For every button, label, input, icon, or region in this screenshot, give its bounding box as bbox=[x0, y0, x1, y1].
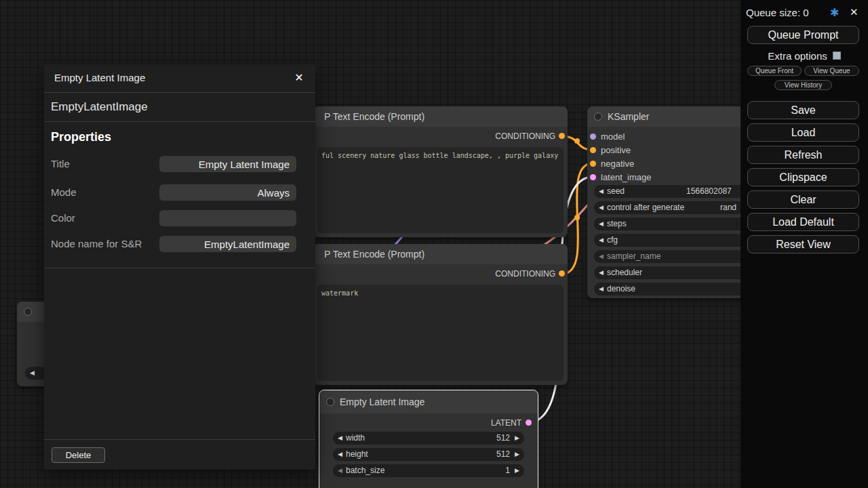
clip-text-encode-node-2[interactable]: P Text Encode (Prompt) CONDITIONING wate… bbox=[313, 244, 568, 385]
decrement-arrow-icon[interactable]: ◀ bbox=[338, 432, 342, 445]
increment-arrow-icon[interactable]: ▶ bbox=[515, 432, 519, 445]
field-value: Always bbox=[257, 187, 290, 199]
widget-label: steps bbox=[607, 218, 627, 230]
decrement-arrow-icon[interactable]: ◀ bbox=[338, 464, 342, 477]
close-icon[interactable]: ✕ bbox=[291, 70, 307, 86]
panel-title: Empty Latent Image bbox=[54, 64, 145, 92]
node-header: P Text Encode (Prompt) bbox=[313, 106, 568, 127]
widget-label: denoise bbox=[607, 283, 635, 296]
decrement-arrow-icon[interactable]: ◀ bbox=[599, 250, 604, 263]
conditioning-output-slot[interactable] bbox=[559, 270, 565, 277]
property-row-title: Title Empty Latent Image bbox=[44, 155, 315, 173]
decrement-arrow-icon[interactable]: ◀ bbox=[338, 448, 342, 461]
extra-options-row: Extra options bbox=[747, 50, 861, 61]
divider bbox=[44, 121, 315, 122]
latent-output-label: LATENT bbox=[491, 418, 521, 428]
node-title: P Text Encode (Prompt) bbox=[313, 249, 425, 260]
clip-text-encode-node-1[interactable]: P Text Encode (Prompt) CONDITIONING ful … bbox=[313, 106, 568, 237]
decrement-arrow-icon[interactable]: ◀ bbox=[599, 266, 604, 279]
widget-label: batch_size bbox=[346, 464, 384, 477]
input-label: positive bbox=[601, 145, 631, 155]
conditioning-output-slot[interactable] bbox=[559, 133, 565, 139]
color-field[interactable] bbox=[159, 210, 296, 226]
decrement-arrow-icon[interactable]: ◀ bbox=[30, 367, 35, 380]
load-button[interactable]: Load bbox=[747, 123, 859, 142]
node-title: KSampler bbox=[608, 111, 649, 122]
view-queue-button[interactable]: View Queue bbox=[804, 66, 859, 76]
delete-button[interactable]: Delete bbox=[52, 447, 105, 463]
queue-prompt-button[interactable]: Queue Prompt bbox=[747, 26, 859, 44]
conditioning-output-label: CONDITIONING bbox=[495, 131, 555, 142]
property-row-color: Color bbox=[44, 209, 315, 227]
widget-label: seed bbox=[607, 185, 625, 198]
title-field[interactable]: Empty Latent Image bbox=[159, 156, 296, 172]
node-title: P Text Encode (Prompt) bbox=[313, 111, 425, 122]
input-label: negative bbox=[601, 159, 634, 169]
decrement-arrow-icon[interactable]: ◀ bbox=[599, 283, 604, 296]
height-widget[interactable]: ◀ height 512 ▶ bbox=[333, 448, 524, 461]
collapse-dot-icon[interactable] bbox=[24, 308, 32, 316]
increment-arrow-icon[interactable]: ▶ bbox=[515, 464, 519, 477]
queue-front-button[interactable]: Queue Front bbox=[747, 66, 802, 76]
input-row-latent-image: latent_image bbox=[590, 171, 651, 182]
field-value: Empty Latent Image bbox=[199, 159, 290, 170]
latent-output-slot[interactable] bbox=[526, 420, 532, 426]
properties-section-title: Properties bbox=[51, 127, 111, 147]
prompt-text-widget[interactable]: ful scenery nature glass bottle landscap… bbox=[317, 147, 564, 233]
clipspace-button[interactable]: Clipspace bbox=[747, 168, 859, 186]
settings-icon[interactable]: ✱ bbox=[830, 6, 839, 19]
negative-input-slot[interactable] bbox=[590, 161, 596, 167]
extra-options-label: Extra options bbox=[768, 50, 827, 62]
model-input-slot[interactable] bbox=[590, 134, 596, 140]
decrement-arrow-icon[interactable]: ◀ bbox=[599, 234, 604, 247]
widget-value: 512 bbox=[496, 448, 510, 461]
refresh-button[interactable]: Refresh bbox=[747, 146, 859, 164]
input-label: model bbox=[601, 131, 625, 142]
node-type-name: EmptyLatentImage bbox=[51, 96, 148, 118]
prompt-text: ful scenery nature glass bottle landscap… bbox=[321, 152, 558, 159]
property-row-snr-name: Node name for S&R EmptyLatentImage bbox=[44, 235, 315, 253]
property-label: Title bbox=[51, 155, 70, 173]
decrement-arrow-icon[interactable]: ◀ bbox=[599, 201, 604, 214]
width-widget[interactable]: ◀ width 512 ▶ bbox=[333, 432, 524, 445]
view-history-button[interactable]: View History bbox=[774, 80, 832, 90]
widget-label: height bbox=[346, 448, 368, 461]
property-label: Color bbox=[51, 209, 75, 227]
conditioning-output-label: CONDITIONING bbox=[495, 268, 555, 279]
batch-size-widget[interactable]: ◀ batch_size 1 ▶ bbox=[333, 464, 524, 477]
extra-options-checkbox[interactable] bbox=[833, 52, 841, 60]
input-label: latent_image bbox=[601, 172, 651, 182]
node-title: Empty Latent Image bbox=[340, 396, 425, 407]
decrement-arrow-icon[interactable]: ◀ bbox=[599, 185, 604, 198]
save-button[interactable]: Save bbox=[747, 101, 859, 119]
divider bbox=[44, 439, 315, 440]
collapse-dot-icon[interactable] bbox=[326, 398, 334, 406]
widget-value: rand bbox=[720, 201, 736, 214]
snr-name-field[interactable]: EmptyLatentImage bbox=[159, 236, 296, 252]
decrement-arrow-icon[interactable]: ◀ bbox=[599, 218, 604, 230]
widget-label: width bbox=[346, 432, 365, 445]
input-row-positive: positive bbox=[590, 144, 631, 155]
collapse-dot-icon[interactable] bbox=[594, 113, 602, 121]
widget-label: scheduler bbox=[607, 266, 642, 279]
close-menu-icon[interactable]: ✕ bbox=[850, 6, 859, 18]
comfyui-menu-panel: Queue size: 0 ✱ ✕ Queue Prompt Extra opt… bbox=[741, 0, 868, 488]
widget-value: 512 bbox=[496, 432, 510, 445]
widget-label: cfg bbox=[607, 234, 618, 247]
reset-view-button[interactable]: Reset View bbox=[747, 235, 859, 253]
clear-button[interactable]: Clear bbox=[747, 190, 859, 209]
input-row-negative: negative bbox=[590, 158, 634, 169]
property-label: Mode bbox=[51, 184, 77, 201]
positive-input-slot[interactable] bbox=[590, 147, 596, 153]
load-default-button[interactable]: Load Default bbox=[747, 213, 859, 231]
prompt-text-widget[interactable]: watermark bbox=[317, 285, 564, 381]
mode-field[interactable]: Always bbox=[159, 184, 296, 201]
node-properties-panel: Empty Latent Image ✕ EmptyLatentImage Pr… bbox=[44, 64, 315, 470]
queue-size-label: Queue size: 0 bbox=[746, 7, 809, 18]
empty-latent-image-node[interactable]: Empty Latent Image LATENT ◀ width 512 ▶ … bbox=[319, 390, 538, 488]
increment-arrow-icon[interactable]: ▶ bbox=[515, 448, 519, 461]
property-row-mode: Mode Always bbox=[44, 184, 315, 201]
prompt-text: watermark bbox=[321, 289, 358, 297]
latent-image-input-slot[interactable] bbox=[590, 174, 596, 180]
widget-value: 1 bbox=[505, 464, 510, 477]
